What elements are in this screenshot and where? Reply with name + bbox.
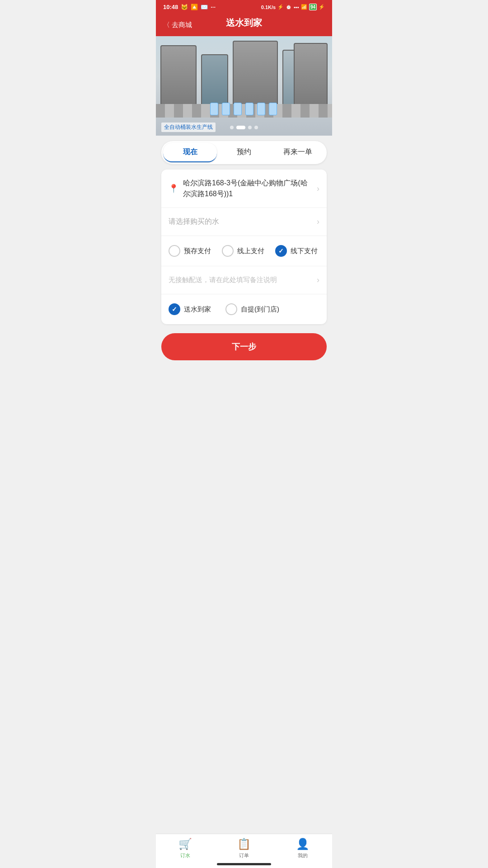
order-form-card: 📍 哈尔滨路168-3号(金融中心购物广场(哈尔滨路168号))1 › 请选择购… bbox=[161, 170, 327, 324]
nav-orders[interactable]: 📋 订单 bbox=[215, 838, 273, 859]
page-header: 〈 去商城 送水到家 bbox=[156, 13, 332, 36]
mail-icon: ✉️ bbox=[201, 4, 208, 10]
battery-indicator: 94 bbox=[309, 4, 317, 10]
tab-now[interactable]: 现在 bbox=[163, 143, 217, 162]
nav-profile-label: 我的 bbox=[298, 852, 308, 859]
payment-presave[interactable]: 预存支付 bbox=[169, 245, 211, 257]
back-button[interactable]: 〈 去商城 bbox=[163, 20, 192, 29]
wifi-icon: 📶 bbox=[301, 4, 307, 10]
status-time: 10:48 bbox=[163, 4, 178, 10]
water-placeholder: 请选择购买的水 bbox=[169, 217, 313, 226]
banner-carousel: 全自动桶装水生产线 bbox=[156, 36, 332, 136]
water-selector[interactable]: 请选择购买的水 › bbox=[161, 208, 327, 236]
notes-placeholder: 无接触配送，请在此处填写备注说明 bbox=[169, 276, 313, 284]
orders-icon: 📋 bbox=[237, 838, 251, 850]
water-chevron-icon: › bbox=[317, 217, 319, 226]
dot-1[interactable] bbox=[230, 126, 234, 129]
online-radio[interactable] bbox=[222, 245, 234, 257]
presave-radio[interactable] bbox=[169, 245, 180, 257]
order-water-icon: 🛒 bbox=[178, 838, 192, 850]
address-selector[interactable]: 📍 哈尔滨路168-3号(金融中心购物广场(哈尔滨路168号))1 › bbox=[161, 170, 327, 208]
offline-radio[interactable] bbox=[275, 245, 287, 257]
nav-orders-label: 订单 bbox=[239, 852, 249, 859]
dots-icon: ··· bbox=[211, 4, 216, 10]
alarm-icon: ⏰ bbox=[286, 4, 292, 10]
carousel-dots bbox=[156, 126, 332, 129]
offline-label: 线下支付 bbox=[291, 247, 318, 255]
signal-icon: ▪▪▪ bbox=[294, 5, 299, 10]
tab-reorder[interactable]: 再来一单 bbox=[271, 143, 325, 162]
notes-input[interactable]: 无接触配送，请在此处填写备注说明 › bbox=[161, 266, 327, 294]
nav-profile[interactable]: 👤 我的 bbox=[273, 838, 332, 859]
order-tabs: 现在 预约 再来一单 bbox=[161, 141, 327, 164]
next-button-container: 下一步 bbox=[156, 326, 332, 368]
dot-4[interactable] bbox=[254, 126, 258, 129]
pickup-label: 自提(到门店) bbox=[241, 305, 279, 314]
address-text: 哈尔滨路168-3号(金融中心购物广场(哈尔滨路168号))1 bbox=[183, 178, 313, 199]
home-delivery-label: 送水到家 bbox=[184, 305, 211, 314]
cloud-icon: 🔼 bbox=[191, 4, 198, 10]
presave-label: 预存支付 bbox=[184, 247, 211, 255]
location-icon: 📍 bbox=[169, 184, 178, 193]
payment-options: 预存支付 线上支付 线下支付 bbox=[161, 236, 327, 266]
profile-icon: 👤 bbox=[296, 838, 310, 850]
status-bar: 10:48 🐱 🔼 ✉️ ··· 0.1K/s ⚡ ⏰ ▪▪▪ 📶 94 ⚡ bbox=[156, 0, 332, 13]
next-step-button[interactable]: 下一步 bbox=[161, 333, 327, 360]
notes-chevron-icon: › bbox=[317, 275, 319, 285]
emoji-icon: 🐱 bbox=[181, 4, 188, 10]
network-speed: 0.1K/s bbox=[261, 5, 276, 10]
tab-reserve[interactable]: 预约 bbox=[217, 143, 271, 162]
payment-online[interactable]: 线上支付 bbox=[222, 245, 264, 257]
nav-order-water-label: 订水 bbox=[180, 852, 190, 859]
home-delivery-radio[interactable] bbox=[169, 303, 180, 315]
nav-order-water[interactable]: 🛒 订水 bbox=[156, 838, 215, 859]
delivery-options: 送水到家 自提(到门店) bbox=[161, 294, 327, 324]
bluetooth-icon: ⚡ bbox=[277, 4, 284, 10]
home-indicator bbox=[217, 863, 271, 865]
delivery-home[interactable]: 送水到家 bbox=[169, 303, 211, 315]
address-chevron-icon: › bbox=[317, 184, 319, 193]
payment-offline[interactable]: 线下支付 bbox=[275, 245, 318, 257]
dot-3[interactable] bbox=[248, 126, 252, 129]
online-label: 线上支付 bbox=[237, 247, 264, 255]
charging-icon: ⚡ bbox=[319, 4, 325, 10]
pickup-radio[interactable] bbox=[225, 303, 237, 315]
dot-2[interactable] bbox=[236, 126, 245, 129]
delivery-pickup[interactable]: 自提(到门店) bbox=[225, 303, 279, 315]
